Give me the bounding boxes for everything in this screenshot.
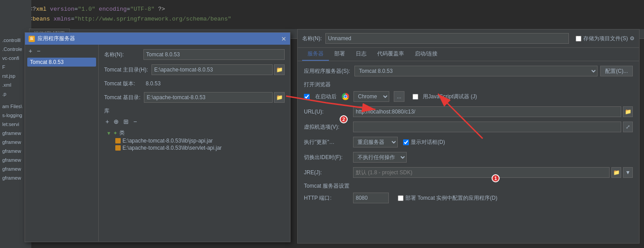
show-dialog-checkbox[interactable] [403,139,409,145]
run-config-body: 应用程序服务器(S): Tomcat 8.0.53 配置(C)... 打开浏览器… [298,61,639,239]
lib-add-tree-button[interactable]: ⊕ [112,118,120,126]
run-config-name-label: 名称(N): [302,35,322,42]
deploy-checkbox[interactable] [398,195,404,201]
lib-toolbar: + ⊕ ⊞ − [104,118,285,126]
lib-add-button[interactable]: + [104,118,110,126]
url-row: URL(U): 📁 [304,106,633,117]
show-dialog-label: 显示对话框(D) [411,139,445,146]
vm-expand-button[interactable]: ⤢ [623,122,633,132]
jre-label: JRE(J): [304,169,349,176]
dialog-title-text: 应用程序服务器 [38,35,75,42]
tree-child-servlet: E:\apache-tomcat-8.0.53\lib\servlet-api.… [115,144,285,151]
config-server-button[interactable]: 配置(C)... [600,66,633,76]
tab-startup[interactable]: 启动/连接 [409,48,443,61]
tab-coverage[interactable]: 代码覆盖率 [372,48,409,61]
tab-logs[interactable]: 日志 [350,48,372,61]
startup-label: 在启动后 [315,93,337,101]
library-tree: ▼ ✦ 类 E:\apache-tomcat-8.0.53\lib\jsp-ap… [104,128,285,152]
run-config-panel: 名称(N): 存储为项目文件(S) ⚙ 服务器 部署 日志 代码覆盖率 启动/连… [297,29,640,244]
tree-child-jsp: E:\apache-tomcat-8.0.53\lib\jsp-api.jar [115,137,285,144]
tree-class-label: 类 [119,129,125,137]
app-server-select[interactable]: Tomcat 8.0.53 [354,66,598,76]
server-list-item-tomcat[interactable]: Tomcat 8.0.53 [27,58,96,67]
dialog-body: + − Tomcat 8.0.53 名称(N): Tomcat 主目录(H): … [25,45,290,241]
dialog-icon: 应 [29,36,35,42]
js-debug-label: 用JavaScript调试器 (J) [423,93,477,101]
vm-input[interactable] [353,122,621,132]
save-label: 存储为项目文件(S) [583,35,628,42]
tree-child-servlet-label: E:\apache-tomcat-8.0.53\lib\servlet-api.… [122,145,222,151]
update-row: 执行"更新"… 重启服务器 显示对话框(D) [304,137,633,147]
jre-dropdown-button[interactable]: ▼ [623,167,633,178]
home-field-label: Tomcat 主目录(H): [104,66,148,74]
home-browse-button[interactable]: 📁 [274,64,285,75]
dialog-title-bar: 应 应用程序服务器 ✕ [25,33,290,45]
js-debug-checkbox[interactable] [412,94,418,100]
server-toolbar: + − [27,47,96,55]
update-select[interactable]: 重启服务器 [353,137,398,147]
name-field-label: 名称(N): [104,51,140,59]
switch-select[interactable]: 不执行任何操作 [353,152,407,163]
home-field-input[interactable] [152,64,273,75]
base-browse-button[interactable]: 📁 [274,92,285,103]
jre-row: JRE(J): 📁 ▼ [304,167,633,178]
startup-checkbox[interactable] [304,94,310,100]
tree-class-node: ▼ ✦ 类 [106,129,285,137]
browser-startup-row: 在启动后 Chrome ... 用JavaScript调试器 (J) [304,91,633,102]
base-field-label: Tomcat 基目录: [104,94,140,101]
jre-browse-button[interactable]: 📁 [611,167,621,178]
annotation-badge-2: 2 [340,115,348,123]
browser-section-title: 打开浏览器 [304,81,633,88]
http-port-input[interactable] [353,193,389,203]
run-config-tabs-bar: 服务器 部署 日志 代码覆盖率 启动/连接 [298,48,639,61]
run-config-name-row: 名称(N): [302,33,569,44]
browser-dots-button[interactable]: ... [394,91,404,102]
tab-deploy[interactable]: 部署 [329,48,350,61]
version-field-label: Tomcat 版本: [104,80,140,88]
close-button[interactable]: ✕ [281,36,286,42]
app-server-config-label: 应用程序服务器(S): [304,67,350,75]
lib-copy-button[interactable]: ⊞ [122,118,130,126]
add-server-button[interactable]: + [27,47,34,55]
http-port-label: HTTP 端口: [304,194,349,202]
badge-number-2: 2 [340,115,348,123]
http-port-row: HTTP 端口: 部署 Tomcat 实例中配置的应用程序(D) [304,193,633,203]
app-server-row: 应用程序服务器(S): Tomcat 8.0.53 配置(C)... [304,66,633,76]
dialog-title-left: 应 应用程序服务器 [29,35,75,42]
save-checkbox-area: 存储为项目文件(S) ⚙ [576,35,635,42]
app-server-dialog: 应 应用程序服务器 ✕ + − Tomcat 8.0.53 名称(N): Tom… [25,32,290,242]
save-checkbox[interactable] [576,36,581,42]
name-field-input[interactable] [143,49,285,60]
jar-icon-1 [115,138,121,143]
jre-input[interactable] [353,167,610,178]
code-line-1: <?xml version="1.0" encoding="UTF-8" ?> [29,4,165,14]
annotation-badge-1: 1 [492,174,500,182]
tomcat-section-title: Tomcat 服务器设置 [304,182,633,190]
url-folder-button[interactable]: 📁 [623,106,633,117]
version-field-value: 8.0.53 [143,80,285,88]
home-row: Tomcat 主目录(H): 📁 [104,64,285,75]
url-label: URL(U): [304,109,349,115]
version-row: Tomcat 版本: 8.0.53 [104,80,285,88]
switch-row: 切换出IDE时(F): 不执行任何操作 [304,152,633,163]
tree-child-jsp-label: E:\apache-tomcat-8.0.53\lib\jsp-api.jar [122,138,213,144]
badge-number-1: 1 [492,174,500,182]
base-row: Tomcat 基目录: 📁 [104,92,285,103]
vm-label: 虚拟机选项(V): [304,123,349,131]
browser-select[interactable]: Chrome [354,91,389,102]
run-config-header: 名称(N): 存储为项目文件(S) ⚙ [298,29,639,48]
run-config-name-input[interactable] [325,33,569,44]
server-config-panel: 名称(N): Tomcat 主目录(H): 📁 Tomcat 版本: 8.0.5… [99,45,290,241]
url-input[interactable] [353,106,621,117]
base-field-input[interactable] [144,92,273,103]
lib-remove-button[interactable]: − [132,118,138,126]
lib-section-label: 库 [104,107,285,115]
tab-server[interactable]: 服务器 [302,48,329,61]
chrome-icon [342,93,349,100]
deploy-label: 部署 Tomcat 实例中配置的应用程序(D) [405,194,497,202]
vm-row: 虚拟机选项(V): ⤢ [304,122,633,132]
remove-server-button[interactable]: − [35,47,42,55]
jar-icon-2 [115,145,121,151]
server-list-panel: + − Tomcat 8.0.53 [25,45,99,241]
switch-label: 切换出IDE时(F): [304,154,349,161]
